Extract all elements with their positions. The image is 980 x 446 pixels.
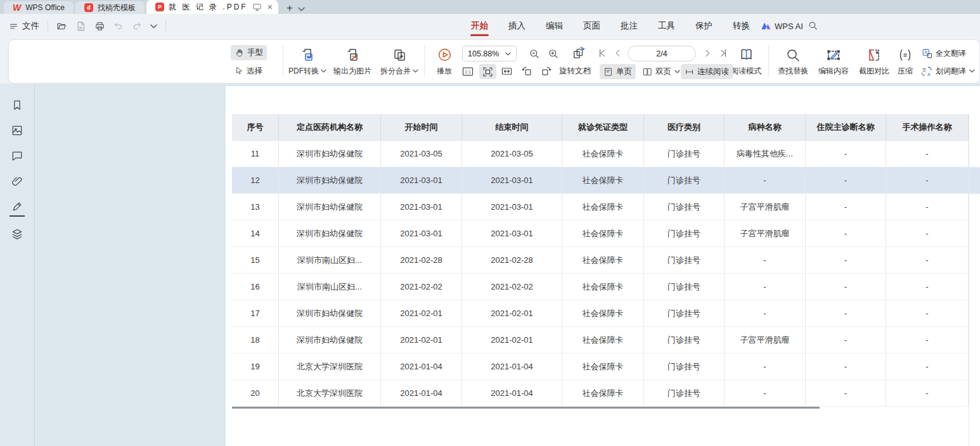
tab-tools[interactable]: 工具 <box>657 15 676 37</box>
ribbon-search-icon[interactable] <box>808 20 818 31</box>
svg-text:1:1: 1:1 <box>465 70 471 74</box>
cell-seq: 16 <box>232 274 279 300</box>
attachments-icon[interactable] <box>10 174 25 189</box>
save-icon[interactable] <box>75 21 86 32</box>
cell-seq: 11 <box>232 141 279 167</box>
cell-diagnosis: - <box>806 194 886 220</box>
tab-insert[interactable]: 插入 <box>508 15 526 37</box>
tab-edit[interactable]: 编辑 <box>545 15 564 37</box>
full-translate-button[interactable]: A 全文翻译 <box>922 46 975 60</box>
select-tool-button[interactable]: 选择 <box>231 63 266 79</box>
cell-disease: - <box>725 380 806 406</box>
cell-diagnosis: - <box>806 380 886 406</box>
signature-icon[interactable] <box>10 199 25 217</box>
column-header: 就诊凭证类型 <box>562 114 644 140</box>
ribbon-tabs: 开始 插入 编辑 页面 批注 工具 保护 转换 <box>470 14 751 38</box>
quick-access-chevron-icon[interactable] <box>150 24 157 29</box>
layers-icon[interactable] <box>10 227 25 242</box>
wps-ai-logo-icon <box>761 22 771 30</box>
fit-page-button[interactable] <box>479 64 496 79</box>
next-page-icon[interactable] <box>702 48 712 58</box>
tab-home[interactable]: 开始 <box>470 15 489 37</box>
cell-institution: 深圳市妇幼保健院 <box>279 194 381 220</box>
cursor-icon <box>235 67 243 75</box>
cell-category: 门诊挂号 <box>644 141 725 167</box>
split-merge-button[interactable]: 拆分合并 <box>377 42 422 81</box>
rotate-pages-icon[interactable] <box>572 46 586 60</box>
cell-credential: 社会保障卡 <box>562 141 644 167</box>
divider <box>48 20 48 32</box>
bookmark-icon[interactable] <box>10 98 25 113</box>
first-page-icon[interactable] <box>597 48 607 58</box>
undo-icon[interactable] <box>113 21 124 31</box>
full-translate-icon: A <box>922 48 932 59</box>
double-page-icon <box>643 67 652 77</box>
cell-operation: - <box>886 274 969 300</box>
continuous-read-button[interactable]: 连续阅读 <box>681 64 733 79</box>
screenshot-compare-icon <box>867 48 882 63</box>
menu-bar: 文件 开始 插入 编辑 页面 批注 工具 保护 转换 WPS AI <box>0 14 980 38</box>
rotate-left-icon[interactable] <box>521 65 533 77</box>
tab-comment[interactable]: 批注 <box>620 15 638 37</box>
find-replace-button[interactable]: 查找替换 <box>773 42 813 81</box>
table-row: 15 深圳市南山区妇... 2021-02-28 2021-02-28 社会保障… <box>232 247 969 274</box>
play-button[interactable]: 播放 <box>430 42 459 81</box>
redo-icon[interactable] <box>132 21 142 31</box>
page-number-input[interactable]: 2/4 <box>628 46 696 61</box>
zoom-level-select[interactable]: 105.88% <box>462 46 517 61</box>
edit-pencil-icon <box>826 48 841 63</box>
cell-end-date: 2021-02-01 <box>462 300 562 326</box>
fit-width-icon[interactable] <box>501 65 513 77</box>
word-translate-button[interactable]: 文A 划词翻译 <box>922 64 975 78</box>
cell-diagnosis: - <box>806 300 886 326</box>
column-header: 开始时间 <box>381 114 462 140</box>
cell-category: 门诊挂号 <box>644 327 725 353</box>
double-page-button[interactable]: 双页 <box>639 64 684 79</box>
tab-convert[interactable]: 转换 <box>732 15 751 37</box>
rotate-right-icon[interactable] <box>540 65 552 77</box>
pdf-file-icon: P <box>155 3 164 11</box>
thumbnails-icon[interactable] <box>10 123 25 138</box>
single-page-button[interactable]: 单页 <box>600 64 636 79</box>
table-row: 16 深圳市南山区妇... 2021-02-02 2021-02-02 社会保障… <box>232 274 969 300</box>
present-monitor-icon[interactable] <box>252 3 262 12</box>
tab-list-chevron-icon[interactable] <box>298 7 305 11</box>
wps-ai-button[interactable]: WPS AI <box>761 14 803 38</box>
cell-end-date: 2021-02-02 <box>462 274 562 300</box>
single-page-icon <box>603 67 613 77</box>
tab-wps-office[interactable]: W WPS Office <box>4 1 74 14</box>
divider <box>165 20 166 32</box>
zoom-in-icon[interactable] <box>548 48 559 60</box>
hand-tool-button[interactable]: 手型 <box>231 45 267 60</box>
edit-content-button[interactable]: 编辑内容 <box>814 42 853 81</box>
table-row: 18 深圳市妇幼保健院 2021-02-01 2021-02-01 社会保障卡 … <box>232 327 969 354</box>
open-folder-icon[interactable] <box>56 21 67 32</box>
comments-icon[interactable] <box>10 148 25 163</box>
tab-page[interactable]: 页面 <box>583 15 601 37</box>
tab-docer-templates[interactable]: d 找稿壳模板 <box>75 1 145 14</box>
pdf-convert-button[interactable]: PDF转换 <box>285 42 330 81</box>
cell-diagnosis: - <box>806 220 886 246</box>
new-tab-button[interactable]: + <box>287 3 293 13</box>
file-menu-button[interactable]: 文件 <box>9 20 39 32</box>
cell-category: 门诊挂号 <box>644 380 725 406</box>
cell-operation: - <box>886 167 969 193</box>
cell-seq: 12 <box>232 167 279 193</box>
cell-disease: - <box>725 274 806 300</box>
export-image-button[interactable]: 输出为图片 <box>331 42 374 81</box>
rotate-doc-label[interactable]: 旋转文档 <box>559 66 591 77</box>
tab-document[interactable]: P 就 医 记 录 .PDF × <box>146 0 278 14</box>
close-tab-icon[interactable]: × <box>268 3 273 11</box>
actual-size-icon[interactable]: 1:1 <box>461 65 474 78</box>
chevron-down-icon <box>413 69 418 73</box>
compress-button[interactable]: 压缩 <box>891 42 919 81</box>
zoom-out-icon[interactable] <box>529 48 540 60</box>
tab-protect[interactable]: 保护 <box>695 15 713 37</box>
cell-start-date: 2021-03-05 <box>381 141 462 167</box>
cell-institution: 深圳市妇幼保健院 <box>279 220 381 246</box>
table-row: 13 深圳市妇幼保健院 2021-03-01 2021-03-01 社会保障卡 … <box>232 194 969 220</box>
prev-page-icon[interactable] <box>613 48 623 58</box>
print-icon[interactable] <box>94 21 105 32</box>
cell-disease: - <box>725 300 806 326</box>
screenshot-compare-button[interactable]: 截图对比 <box>854 42 894 81</box>
